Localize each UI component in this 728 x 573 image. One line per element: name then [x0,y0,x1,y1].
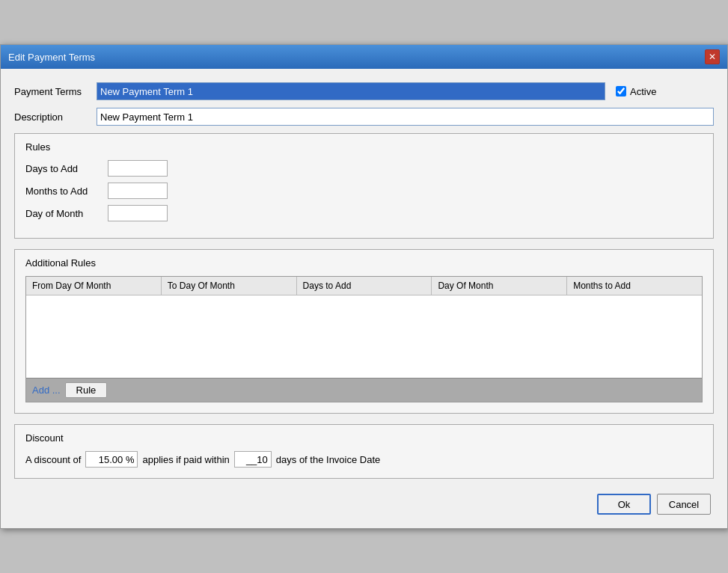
active-checkbox-area: Active [616,86,656,97]
day-of-month-input[interactable] [108,205,168,221]
table-body [26,295,702,378]
rule-button[interactable]: Rule [65,382,108,398]
discount-days-input[interactable] [234,451,272,468]
payment-terms-label: Payment Terms [14,86,97,97]
payment-terms-input[interactable] [97,82,605,100]
discount-prefix: A discount of [25,454,81,465]
description-label: Description [14,111,97,123]
day-of-month-row: Day of Month [25,205,703,221]
description-row: Description [14,108,714,126]
months-to-add-label: Months to Add [25,186,108,197]
days-to-add-input[interactable] [108,160,168,177]
discount-row: A discount of applies if paid within day… [25,451,703,468]
discount-title: Discount [25,432,703,444]
col-day-month: Day Of Month [432,277,567,295]
table-header: From Day Of Month To Day Of Month Days t… [26,277,702,295]
add-button[interactable]: Add ... [32,384,61,396]
rules-title: Rules [25,141,703,153]
active-checkbox[interactable] [616,86,626,96]
days-to-add-row: Days to Add [25,160,703,177]
cancel-button[interactable]: Cancel [657,494,711,515]
dialog-title: Edit Payment Terms [8,52,95,63]
months-to-add-input[interactable] [108,183,168,199]
days-to-add-label: Days to Add [25,163,108,174]
discount-suffix: days of the Invoice Date [276,454,380,465]
dialog-buttons: Ok Cancel [14,489,714,518]
col-months-add: Months to Add [567,277,702,295]
discount-middle: applies if paid within [142,454,229,465]
day-of-month-label: Day of Month [25,208,108,219]
col-to-day: To Day Of Month [162,277,297,295]
col-days-add: Days to Add [297,277,432,295]
ok-button[interactable]: Ok [597,494,651,515]
additional-rules-table: From Day Of Month To Day Of Month Days t… [25,276,703,402]
active-label: Active [630,86,656,97]
close-button[interactable]: ✕ [705,49,720,64]
description-input[interactable] [97,108,714,126]
title-bar: Edit Payment Terms ✕ [1,45,727,69]
additional-rules-title: Additional Rules [25,257,703,269]
dialog-body: Payment Terms Active Description Rules D… [1,69,727,528]
discount-section: Discount A discount of applies if paid w… [14,424,714,479]
rules-section: Rules Days to Add Months to Add Day of M… [14,133,714,239]
edit-payment-terms-dialog: Edit Payment Terms ✕ Payment Terms Activ… [0,44,728,529]
payment-terms-row: Payment Terms Active [14,82,714,100]
table-footer: Add ... Rule [26,378,702,402]
discount-value-input[interactable] [85,451,138,468]
additional-rules-section: Additional Rules From Day Of Month To Da… [14,249,714,414]
months-to-add-row: Months to Add [25,183,703,199]
col-from-day: From Day Of Month [26,277,162,295]
